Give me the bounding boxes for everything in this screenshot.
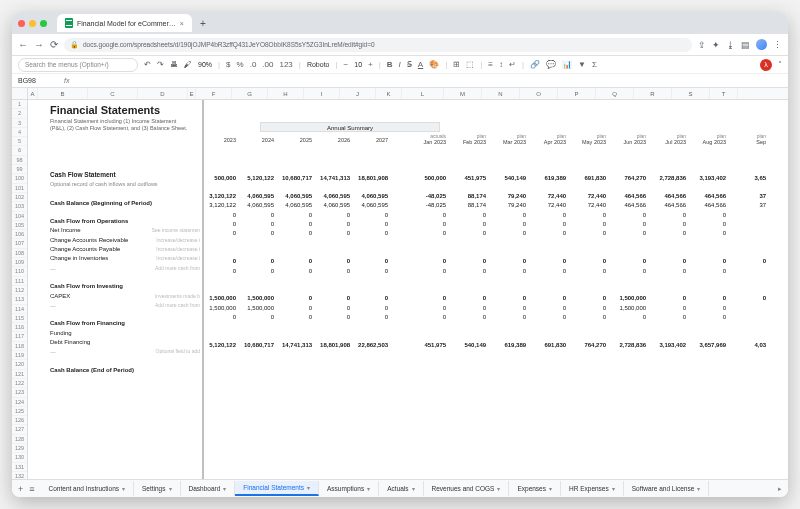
menu-search-input[interactable]: Search the menus (Option+/) xyxy=(18,58,138,72)
window-controls xyxy=(18,20,47,27)
download-icon[interactable]: ⭳ xyxy=(726,40,735,50)
more-formats-button[interactable]: 123 xyxy=(279,60,292,69)
profile-avatar[interactable] xyxy=(756,39,767,50)
redo-button[interactable]: ↷ xyxy=(157,60,164,69)
formula-bar-row: BG98 fx xyxy=(12,74,788,88)
data-table: 20232024202520262027actualsJan 2023planF… xyxy=(204,134,770,350)
sheet-tab[interactable]: Assumptions▾ xyxy=(319,481,379,496)
functions-button[interactable]: Σ xyxy=(592,60,597,69)
column-header[interactable]: S xyxy=(672,88,710,99)
collapse-toolbar-button[interactable]: ˄ xyxy=(778,59,782,71)
column-header[interactable]: O xyxy=(520,88,558,99)
share-icon[interactable]: ⇪ xyxy=(698,40,706,50)
document-title-block: Financial Statements Financial Statement… xyxy=(50,104,190,131)
annual-summary-header: Annual Summary xyxy=(260,122,440,132)
minimize-window-icon[interactable] xyxy=(29,20,36,27)
font-size-increase[interactable]: + xyxy=(368,60,373,69)
column-header[interactable]: P xyxy=(558,88,596,99)
percent-format-button[interactable]: % xyxy=(237,60,244,69)
forward-button[interactable]: → xyxy=(34,39,44,50)
column-header[interactable]: F xyxy=(196,88,232,99)
font-size-decrease[interactable]: − xyxy=(344,60,349,69)
column-header[interactable]: G xyxy=(232,88,268,99)
insert-chart-button[interactable]: 📊 xyxy=(562,60,572,69)
column-header[interactable]: C xyxy=(88,88,138,99)
address-bar-row: ← → ⟳ 🔒 docs.google.com/spreadsheets/d/1… xyxy=(12,34,788,56)
merge-cells-button[interactable]: ⬚ xyxy=(466,60,474,69)
bookmark-icon[interactable]: ▤ xyxy=(741,40,750,50)
fill-color-button[interactable]: 🎨 xyxy=(429,60,439,69)
horizontal-align-button[interactable]: ≡ xyxy=(488,60,493,69)
url-text: docs.google.com/spreadsheets/d/190jOJMP4… xyxy=(83,41,375,48)
sheet-tab[interactable]: Software and License▾ xyxy=(624,481,710,496)
close-window-icon[interactable] xyxy=(18,20,25,27)
vertical-align-button[interactable]: ↕ xyxy=(499,60,503,69)
column-header[interactable]: H xyxy=(268,88,304,99)
column-headers: ABCDEFGHIJKLMNOPQRST xyxy=(12,88,788,100)
sheet-tab[interactable]: Settings▾ xyxy=(134,481,181,496)
column-header[interactable]: J xyxy=(340,88,376,99)
strikethrough-button[interactable]: S̶ xyxy=(407,60,412,69)
browser-actions: ⇪ ✦ ⭳ ▤ ⋮ xyxy=(698,39,782,50)
insert-link-button[interactable]: 🔗 xyxy=(530,60,540,69)
sheet-tab[interactable]: Actuals▾ xyxy=(379,481,423,496)
section-cash-flow-statement: Cash Flow Statement xyxy=(50,170,200,179)
italic-button[interactable]: I xyxy=(399,60,401,69)
sheet-tab[interactable]: Content and Instructions▾ xyxy=(41,481,134,496)
chrome-menu-icon[interactable]: ⋮ xyxy=(773,40,782,50)
column-header[interactable]: L xyxy=(402,88,444,99)
chrome-tab-strip: Financial Model for eCommer… × + xyxy=(12,12,788,34)
column-header[interactable]: Q xyxy=(596,88,634,99)
sheet-tab[interactable]: Financial Statements▾ xyxy=(235,481,319,496)
text-color-button[interactable]: A xyxy=(418,60,423,69)
all-sheets-button[interactable]: ≡ xyxy=(29,484,34,494)
column-header[interactable]: N xyxy=(482,88,520,99)
row-headers: 1234569899100101102103104105106107108109… xyxy=(12,100,28,479)
borders-button[interactable]: ⊞ xyxy=(453,60,460,69)
apps-script-icon[interactable]: λ xyxy=(760,59,772,71)
back-button[interactable]: ← xyxy=(18,39,28,50)
currency-format-button[interactable]: $ xyxy=(226,60,230,69)
sheets-toolbar: Search the menus (Option+/) ↶ ↷ 🖶 🖌 90% … xyxy=(12,56,788,74)
print-button[interactable]: 🖶 xyxy=(170,60,178,69)
column-header[interactable]: A xyxy=(28,88,38,99)
sheet-tab[interactable]: Expenses▾ xyxy=(509,481,561,496)
font-size-input[interactable]: 10 xyxy=(354,61,362,68)
scroll-tabs-right[interactable]: ▸ xyxy=(778,485,782,493)
sheet-tab[interactable]: Revenues and COGS▾ xyxy=(424,481,510,496)
sheet-canvas[interactable]: Financial Statements Financial Statement… xyxy=(28,100,788,479)
close-tab-icon[interactable]: × xyxy=(180,20,184,27)
column-header[interactable]: R xyxy=(634,88,672,99)
column-header[interactable]: E xyxy=(188,88,196,99)
sheet-tab[interactable]: HR Expenses▾ xyxy=(561,481,624,496)
new-tab-button[interactable]: + xyxy=(200,18,206,29)
column-header[interactable]: T xyxy=(710,88,738,99)
filter-button[interactable]: ▼ xyxy=(578,60,586,69)
reload-button[interactable]: ⟳ xyxy=(50,39,58,50)
column-header[interactable]: I xyxy=(304,88,340,99)
decrease-decimal-button[interactable]: .0 xyxy=(250,60,257,69)
tab-title: Financial Model for eCommer… xyxy=(77,20,176,27)
insert-comment-button[interactable]: 💬 xyxy=(546,60,556,69)
undo-button[interactable]: ↶ xyxy=(144,60,151,69)
column-header[interactable]: M xyxy=(444,88,482,99)
text-wrap-button[interactable]: ↵ xyxy=(509,60,516,69)
font-family-select[interactable]: Roboto xyxy=(307,61,330,68)
extensions-icon[interactable]: ✦ xyxy=(712,40,720,50)
spreadsheet-grid[interactable]: 1234569899100101102103104105106107108109… xyxy=(12,100,788,479)
browser-tab[interactable]: Financial Model for eCommer… × xyxy=(57,14,192,32)
zoom-select[interactable]: 90% xyxy=(198,61,212,68)
column-header[interactable]: K xyxy=(376,88,402,99)
doc-title: Financial Statements xyxy=(50,104,190,116)
column-header[interactable]: D xyxy=(138,88,188,99)
name-box[interactable]: BG98 xyxy=(18,77,58,84)
address-bar[interactable]: 🔒 docs.google.com/spreadsheets/d/190jOJM… xyxy=(64,38,692,52)
row-labels: Cash Flow Statement Optional record of c… xyxy=(50,170,200,375)
paint-format-button[interactable]: 🖌 xyxy=(184,60,192,69)
increase-decimal-button[interactable]: .00 xyxy=(262,60,273,69)
add-sheet-button[interactable]: + xyxy=(18,484,23,494)
column-header[interactable]: B xyxy=(38,88,88,99)
maximize-window-icon[interactable] xyxy=(40,20,47,27)
bold-button[interactable]: B xyxy=(387,60,393,69)
sheet-tab[interactable]: Dashboard▾ xyxy=(181,481,236,496)
